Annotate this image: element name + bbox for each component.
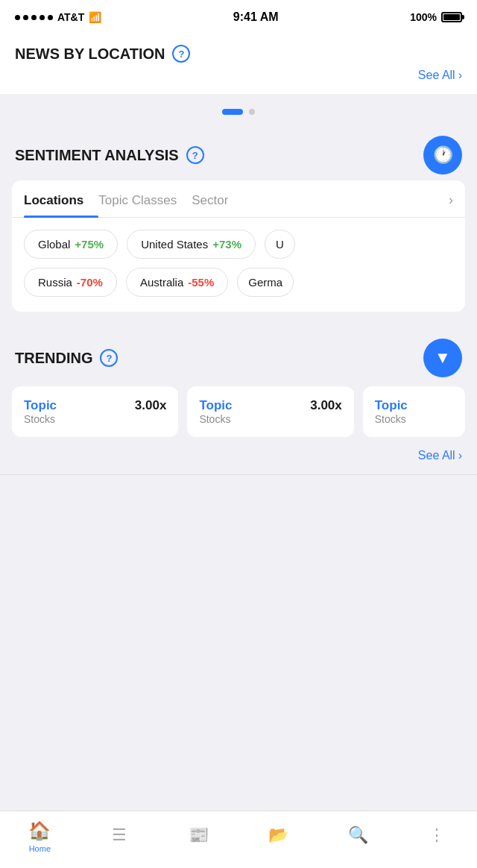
tab-bar-more[interactable]: ⋮ [397, 825, 477, 848]
clock-icon: 🕐 [433, 145, 453, 165]
trend-card-1-inner: Topic Stocks 3.00x [24, 398, 166, 425]
trending-title-row: TRENDING ? [15, 349, 118, 367]
tab-bar-folder[interactable]: 📂 [238, 825, 318, 848]
page-dot-active [222, 109, 243, 115]
trend-card-2[interactable]: Topic Stocks 3.00x [187, 386, 353, 437]
status-bar: AT&T 📶 9:41 AM 100% [0, 0, 477, 33]
sentiment-title: SENTIMENT ANALYSIS ? [15, 146, 204, 164]
pill-partial-1[interactable]: U [265, 230, 295, 259]
folder-icon: 📂 [268, 825, 288, 845]
news-see-all-row: See All › [15, 63, 462, 82]
tab-topic-classes[interactable]: Topic Classes [98, 181, 192, 217]
status-right: 100% [410, 11, 462, 23]
filter-button[interactable]: ▼ [423, 339, 462, 377]
tab-sector[interactable]: Sector [192, 181, 243, 217]
pill-partial-2[interactable]: Germa [237, 268, 294, 297]
tab-bar-news[interactable]: 📰 [159, 825, 238, 848]
section-divider [0, 474, 477, 475]
trend-card-1-stocks: Stocks [24, 413, 57, 425]
news-see-all-button[interactable]: See All › [418, 69, 462, 82]
carrier-label: AT&T [57, 11, 84, 23]
trend-card-3-stocks: Stocks [375, 413, 408, 425]
tabs-arrow[interactable]: › [443, 180, 453, 217]
trend-card-3-inner: Topic Stocks [375, 398, 453, 425]
battery-percent: 100% [410, 11, 437, 23]
trending-help-button[interactable]: ? [100, 349, 118, 367]
tab-bar-home[interactable]: 🏠 Home [0, 820, 80, 853]
bottom-spacer [0, 481, 477, 556]
trend-card-3-topic: Topic [375, 398, 408, 413]
trend-card-3[interactable]: Topic Stocks [363, 386, 465, 437]
signal-dots [15, 15, 53, 20]
sentiment-title-row: SENTIMENT ANALYSIS ? [15, 146, 204, 164]
sentiment-card: Locations Topic Classes Sector › Global … [12, 180, 465, 312]
trend-card-1-topic: Topic [24, 398, 57, 413]
trending-see-all-row: See All › [0, 437, 477, 468]
trending-header: TRENDING ? ▼ [0, 324, 477, 386]
pills-container: Global +75% United States +73% U Russia … [12, 218, 465, 297]
sentiment-help-button[interactable]: ? [186, 146, 204, 164]
trending-cards: Topic Stocks 3.00x Topic Stocks 3.00x To… [0, 386, 477, 437]
trending-section: TRENDING ? ▼ Topic Stocks 3.00x Topic [0, 324, 477, 468]
page-indicator [0, 100, 477, 124]
pills-row-2: Russia -70% Australia -55% Germa [24, 268, 453, 297]
pills-row-1: Global +75% United States +73% U [24, 230, 453, 259]
pill-united-states[interactable]: United States +73% [127, 230, 256, 259]
trend-card-2-stocks: Stocks [199, 413, 232, 425]
tab-bar-search[interactable]: 🔍 [318, 825, 398, 848]
news-section: NEWS BY LOCATION ? See All › [0, 33, 477, 94]
trend-card-2-multiplier: 3.00x [310, 398, 342, 413]
news-icon: 📰 [189, 825, 209, 845]
trend-card-2-inner: Topic Stocks 3.00x [199, 398, 341, 425]
wifi-icon: 📶 [89, 11, 101, 23]
news-title: NEWS BY LOCATION ? [15, 45, 190, 63]
page-dot-inactive [249, 109, 255, 115]
time-label: 9:41 AM [233, 10, 279, 24]
trend-card-1-multiplier: 3.00x [135, 398, 167, 413]
tab-bar-home-label: Home [29, 844, 51, 853]
tab-bar: 🏠 Home ☰ 📰 📂 🔍 ⋮ [0, 811, 477, 868]
search-icon: 🔍 [348, 825, 368, 845]
sentiment-section-header: SENTIMENT ANALYSIS ? 🕐 [0, 124, 477, 180]
trending-title: TRENDING ? [15, 349, 118, 367]
more-icon: ⋮ [429, 825, 446, 845]
tab-bar-list[interactable]: ☰ [80, 825, 159, 848]
news-title-row: NEWS BY LOCATION ? [15, 45, 462, 63]
filter-icon: ▼ [435, 348, 451, 368]
trend-card-1[interactable]: Topic Stocks 3.00x [12, 386, 178, 437]
battery-icon [441, 12, 462, 22]
pill-russia[interactable]: Russia -70% [24, 268, 117, 297]
news-help-button[interactable]: ? [172, 45, 190, 63]
pill-global[interactable]: Global +75% [24, 230, 118, 259]
sentiment-tabs-row: Locations Topic Classes Sector › [12, 180, 465, 218]
clock-button[interactable]: 🕐 [423, 136, 462, 174]
trend-card-2-topic: Topic [199, 398, 232, 413]
home-icon: 🏠 [28, 820, 51, 841]
status-left: AT&T 📶 [15, 11, 101, 23]
trending-see-all-button[interactable]: See All › [418, 449, 462, 462]
list-icon: ☰ [112, 825, 127, 845]
tab-locations[interactable]: Locations [24, 181, 98, 217]
pill-australia[interactable]: Australia -55% [126, 268, 228, 297]
